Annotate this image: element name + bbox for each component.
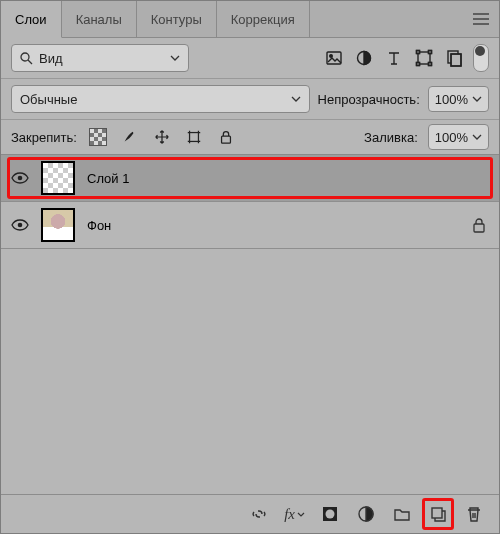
fill-label: Заливка: [364,130,418,145]
checker-icon [89,128,107,146]
lock-label: Закрепить: [11,130,77,145]
tab-label: Каналы [76,12,122,27]
layer-kind-label: Вид [39,51,63,66]
tab-label: Слои [15,12,47,27]
filter-adjust-icon[interactable] [353,47,375,69]
filter-shape-icon[interactable] [413,47,435,69]
highlight-annotation [7,157,493,199]
chevron-down-icon [170,55,180,61]
svg-rect-24 [432,508,442,518]
delete-layer-button[interactable] [463,503,485,525]
svg-rect-14 [451,54,461,66]
opacity-field[interactable]: 100% [428,86,489,112]
new-layer-button[interactable] [427,503,449,525]
new-group-button[interactable] [391,503,413,525]
layer-style-button[interactable]: fx [284,506,305,523]
svg-rect-1 [327,52,341,64]
blend-mode-dropdown[interactable]: Обычные [11,85,310,113]
lock-artboard-button[interactable] [183,126,205,148]
search-icon [20,52,33,65]
layers-list: Слой 1 Фон [1,155,499,249]
filter-row: Вид [1,38,499,78]
lock-icon [469,217,489,233]
opacity-label: Непрозрачность: [318,92,420,107]
layers-footer: fx [1,494,499,533]
layer-row[interactable]: Слой 1 [1,155,499,202]
filter-toggle[interactable] [473,44,489,72]
lock-position-button[interactable] [151,126,173,148]
svg-rect-20 [474,224,484,232]
lock-all-button[interactable] [215,126,237,148]
link-layers-button[interactable] [248,503,270,525]
chevron-down-icon [291,96,301,102]
svg-point-18 [18,176,23,181]
layer-name[interactable]: Фон [87,218,111,233]
new-adjustment-button[interactable] [355,503,377,525]
layer-row[interactable]: Фон [1,202,499,249]
add-mask-button[interactable] [319,503,341,525]
layer-thumbnail[interactable] [41,208,75,242]
svg-point-0 [21,53,29,61]
tab-adjustments[interactable]: Коррекция [217,1,310,37]
visibility-toggle[interactable] [11,219,29,231]
visibility-toggle[interactable] [11,172,29,184]
tab-channels[interactable]: Каналы [62,1,137,37]
tab-paths[interactable]: Контуры [137,1,217,37]
svg-point-2 [330,55,333,58]
layer-thumbnail[interactable] [41,161,75,195]
opacity-value: 100% [435,92,468,107]
tab-layers[interactable]: Слои [1,1,62,38]
panel-menu-button[interactable] [463,1,499,37]
panel-tabs: Слои Каналы Контуры Коррекция [1,1,499,38]
lock-transparency-button[interactable] [87,126,109,148]
svg-rect-17 [221,136,230,143]
blend-row: Обычные Непрозрачность: 100% [1,78,499,120]
tab-label: Контуры [151,12,202,27]
chevron-down-icon [472,96,482,102]
layer-kind-dropdown[interactable]: Вид [11,44,189,72]
fill-field[interactable]: 100% [428,124,489,150]
tab-label: Коррекция [231,12,295,27]
chevron-down-icon [472,134,482,140]
filter-type-icon[interactable] [383,47,405,69]
blend-mode-value: Обычные [20,92,77,107]
filter-pixel-icon[interactable] [323,47,345,69]
lock-row: Закрепить: Заливка: 100% [1,120,499,155]
svg-point-22 [326,510,335,519]
svg-point-19 [18,223,23,228]
svg-rect-16 [189,133,198,142]
fill-value: 100% [435,130,468,145]
layer-name[interactable]: Слой 1 [87,171,129,186]
filter-smart-icon[interactable] [443,47,465,69]
lock-paint-button[interactable] [119,126,141,148]
